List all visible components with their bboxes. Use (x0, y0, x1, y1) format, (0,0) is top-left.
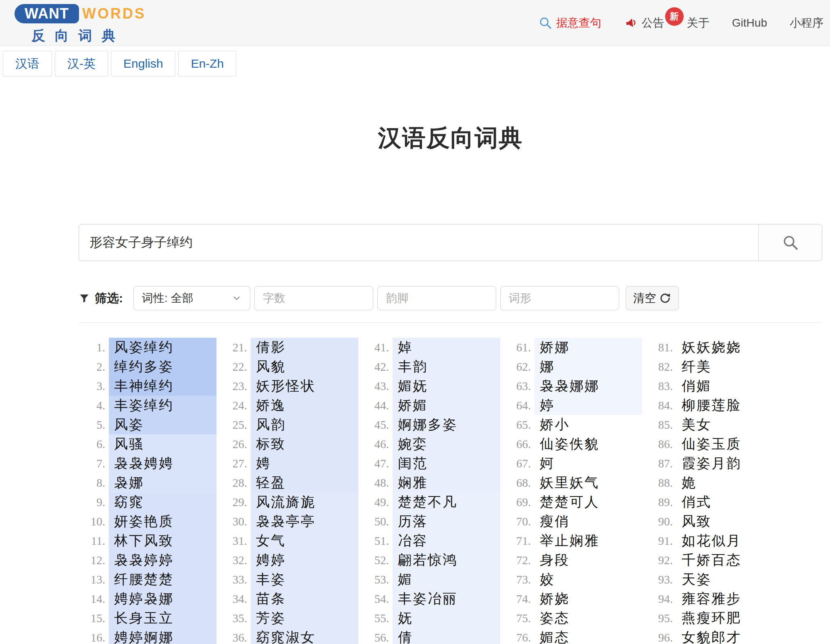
result-word-cell[interactable]: 婥 (393, 338, 500, 357)
result-word-cell[interactable]: 身段 (535, 551, 642, 570)
result-word[interactable]: 袅袅娜娜 (540, 377, 599, 395)
result-word-cell[interactable]: 冶容 (393, 531, 500, 551)
result-word-cell[interactable]: 仙姿玉质 (676, 434, 784, 454)
result-word[interactable]: 袅袅婷婷 (114, 551, 174, 569)
result-word-cell[interactable]: 丰神绰约 (109, 376, 216, 396)
result-word-cell[interactable]: 倩影 (251, 338, 358, 357)
result-word[interactable]: 妖妖娆娆 (682, 338, 741, 357)
result-word[interactable]: 媚妩 (398, 377, 428, 395)
result-word[interactable]: 婥 (398, 338, 413, 357)
tab-English[interactable]: English (111, 51, 175, 77)
result-word-cell[interactable]: 天姿 (676, 570, 784, 589)
result-word[interactable]: 娴雅 (398, 474, 428, 492)
result-word[interactable]: 霞姿月韵 (682, 454, 741, 473)
result-word-cell[interactable]: 娇娜 (535, 338, 642, 357)
result-word-cell[interactable]: 姽 (676, 473, 784, 492)
result-word[interactable]: 妸 (540, 454, 555, 473)
result-word-cell[interactable]: 丰姿绰约 (109, 396, 216, 415)
result-word-cell[interactable]: 婷 (535, 396, 642, 415)
result-word[interactable]: 娇娆 (540, 590, 570, 608)
result-word[interactable]: 媚 (398, 570, 413, 589)
result-word-cell[interactable]: 妖里妖气 (535, 473, 642, 492)
word-form-input[interactable] (500, 286, 619, 310)
result-word[interactable]: 身段 (540, 551, 570, 569)
result-word-cell[interactable]: 娇逸 (251, 396, 358, 415)
result-word[interactable]: 女气 (256, 532, 286, 550)
result-word-cell[interactable]: 姣 (535, 570, 642, 589)
result-word-cell[interactable]: 袅袅娉娉 (109, 454, 216, 473)
result-word-cell[interactable]: 婉娈 (393, 434, 500, 454)
result-word[interactable]: 雍容雅步 (682, 590, 741, 608)
result-word-cell[interactable]: 闺范 (393, 454, 500, 473)
nav-github[interactable]: GitHub (732, 17, 767, 29)
tab-En-Zh[interactable]: En-Zh (178, 51, 236, 77)
clear-filters-button[interactable]: 清空 (626, 286, 679, 310)
result-word[interactable]: 丰姿冶丽 (398, 590, 458, 608)
result-word[interactable]: 婉娈 (398, 435, 428, 453)
result-word-cell[interactable]: 标致 (251, 434, 358, 454)
result-word-cell[interactable]: 俏媚 (676, 376, 784, 396)
result-word[interactable]: 风姿绰约 (114, 338, 174, 357)
result-word-cell[interactable]: 轻盈 (251, 473, 358, 492)
result-word-cell[interactable]: 丰韵 (393, 357, 500, 376)
search-button[interactable] (758, 224, 822, 261)
result-word[interactable]: 举止娴雅 (540, 532, 599, 550)
result-word-cell[interactable]: 楚楚可人 (535, 492, 642, 512)
result-word-cell[interactable]: 柳腰莲脸 (676, 396, 784, 415)
result-word-cell[interactable]: 千娇百态 (676, 551, 784, 570)
result-word-cell[interactable]: 风姿 (109, 415, 216, 434)
nav-sentence-search[interactable]: 据意查句 (539, 15, 601, 31)
result-word[interactable]: 长身玉立 (114, 609, 174, 627)
result-word[interactable]: 妖形怪状 (256, 377, 316, 395)
result-word[interactable]: 媚态 (540, 628, 570, 644)
result-word-cell[interactable]: 媚妩 (393, 376, 500, 396)
tab-汉-英[interactable]: 汉-英 (55, 51, 108, 77)
result-word-cell[interactable]: 历落 (393, 512, 500, 531)
result-word-cell[interactable]: 女气 (251, 531, 358, 551)
result-word-cell[interactable]: 娇娆 (535, 589, 642, 609)
result-word[interactable]: 娉婷婀娜 (114, 628, 174, 644)
result-word-cell[interactable]: 娇小 (535, 415, 642, 434)
nav-about[interactable]: 关于 (687, 15, 709, 31)
nav-announcement[interactable]: 公告 新 (624, 15, 664, 31)
result-word-cell[interactable]: 妩 (393, 609, 500, 628)
result-word-cell[interactable]: 娉 (251, 454, 358, 473)
result-word-cell[interactable]: 窈窕 (109, 492, 216, 512)
result-word-cell[interactable]: 如花似月 (676, 531, 784, 551)
result-word[interactable]: 妍姿艳质 (114, 512, 174, 531)
result-word-cell[interactable]: 娇媚 (393, 396, 500, 415)
result-word-cell[interactable]: 风流旖旎 (251, 492, 358, 512)
result-word[interactable]: 丰姿绰约 (114, 396, 174, 415)
result-word[interactable]: 窈窕 (114, 493, 144, 511)
result-word[interactable]: 仙姿佚貌 (540, 435, 599, 453)
result-word[interactable]: 风致 (682, 512, 711, 531)
result-word-cell[interactable]: 媚态 (535, 628, 642, 644)
result-word[interactable]: 标致 (256, 435, 286, 453)
result-word-cell[interactable]: 芳姿 (251, 609, 358, 628)
result-word[interactable]: 娇媚 (398, 396, 428, 415)
result-word-cell[interactable]: 瘦俏 (535, 512, 642, 531)
tab-汉语[interactable]: 汉语 (3, 51, 52, 77)
result-word[interactable]: 芳姿 (256, 609, 286, 627)
result-word[interactable]: 冶容 (398, 532, 428, 550)
result-word[interactable]: 妩 (398, 609, 413, 627)
result-word[interactable]: 姣 (540, 570, 555, 589)
result-word[interactable]: 袅袅娉娉 (114, 454, 174, 473)
result-word[interactable]: 倩影 (256, 338, 286, 357)
result-word[interactable]: 娇逸 (256, 396, 286, 415)
result-word-cell[interactable]: 风骚 (109, 434, 216, 454)
result-word-cell[interactable]: 纤腰楚楚 (109, 570, 216, 589)
result-word[interactable]: 纤腰楚楚 (114, 570, 174, 589)
result-word-cell[interactable]: 风姿绰约 (109, 338, 216, 357)
result-word[interactable]: 袅娜 (114, 474, 144, 492)
result-word[interactable]: 林下风致 (114, 532, 174, 550)
result-word-cell[interactable]: 袅袅婷婷 (109, 551, 216, 570)
result-word[interactable]: 风韵 (256, 415, 286, 434)
result-word[interactable]: 娜 (540, 357, 555, 376)
result-word-cell[interactable]: 雍容雅步 (676, 589, 784, 609)
result-word-cell[interactable]: 林下风致 (109, 531, 216, 551)
result-word[interactable]: 窈窕淑女 (256, 628, 316, 644)
result-word-cell[interactable]: 楚楚不凡 (393, 492, 500, 512)
result-word[interactable]: 闺范 (398, 454, 428, 473)
result-word[interactable]: 姽 (682, 474, 697, 492)
